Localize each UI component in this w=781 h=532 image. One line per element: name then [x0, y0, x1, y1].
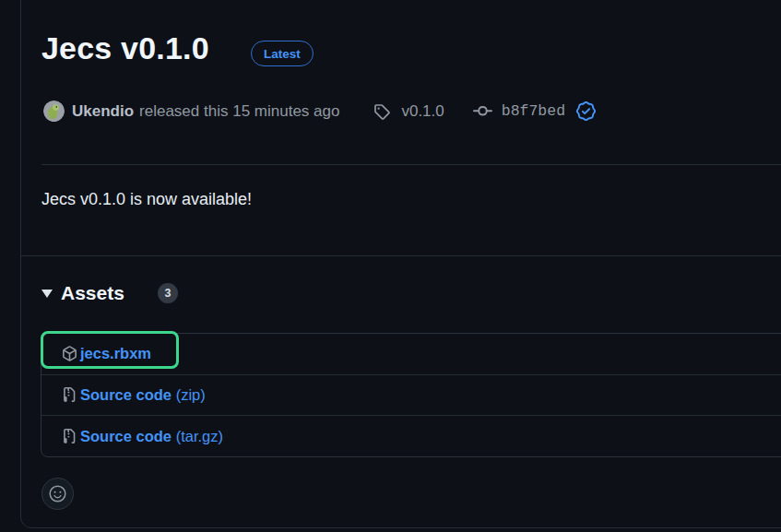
- tag-group: v0.1.0: [373, 102, 444, 121]
- page-title: Jecs v0.1.0: [41, 30, 209, 66]
- disclosure-triangle-icon: [41, 290, 53, 298]
- asset-row-source-zip: Source code (zip): [41, 374, 781, 416]
- body-divider: [21, 255, 781, 256]
- avatar[interactable]: [43, 100, 65, 122]
- tag-name: v0.1.0: [401, 102, 444, 121]
- latest-badge: Latest: [251, 41, 314, 66]
- release-byline: Ukendio released this 15 minutes ago v0.…: [43, 100, 596, 123]
- release-page: Jecs v0.1.0 Latest Ukendio released this…: [0, 0, 781, 532]
- asset-suffix: (tar.gz): [172, 428, 223, 445]
- author-link[interactable]: Ukendio: [72, 102, 134, 121]
- asset-list: jecs.rbxm Source code (zip) Source code …: [41, 333, 781, 457]
- verified-icon[interactable]: [576, 101, 596, 121]
- asset-suffix: (zip): [172, 386, 206, 404]
- assets-heading: Assets: [61, 282, 124, 304]
- asset-link-source-zip[interactable]: Source code (zip): [80, 386, 206, 404]
- release-body-text: Jecs v0.1.0 is now available!: [41, 190, 252, 209]
- byline-text: released this 15 minutes ago: [139, 102, 339, 121]
- assets-count-badge: 3: [158, 283, 178, 303]
- commit-group: b8f7bed: [473, 101, 596, 121]
- asset-link-jecs-rbxm[interactable]: jecs.rbxm: [80, 345, 151, 362]
- commit-sha-link[interactable]: b8f7bed: [502, 102, 565, 120]
- asset-name: jecs.rbxm: [80, 345, 151, 362]
- file-zip-icon: [62, 387, 77, 403]
- header-divider: [41, 164, 781, 165]
- asset-name: Source code: [80, 386, 172, 404]
- add-reaction-button[interactable]: [41, 478, 74, 510]
- asset-row-source-targz: Source code (tar.gz): [41, 415, 781, 456]
- asset-row-jecs-rbxm: jecs.rbxm: [41, 334, 781, 374]
- avatar-image: [43, 100, 65, 122]
- smiley-icon: [49, 485, 66, 502]
- git-commit-icon: [473, 101, 492, 121]
- asset-link-source-targz[interactable]: Source code (tar.gz): [80, 428, 223, 445]
- file-zip-icon: [62, 429, 77, 444]
- tag-icon: [373, 103, 390, 120]
- asset-name: Source code: [80, 428, 172, 445]
- package-icon: [62, 346, 77, 361]
- assets-disclosure[interactable]: Assets 3: [41, 282, 178, 304]
